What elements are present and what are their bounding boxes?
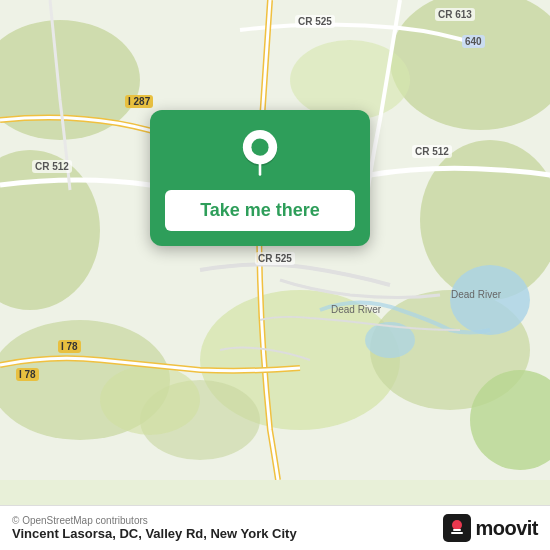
svg-point-11 bbox=[100, 365, 200, 435]
svg-point-18 bbox=[452, 520, 462, 530]
attribution-text: © OpenStreetMap contributors bbox=[12, 515, 297, 526]
take-me-there-button[interactable]: Take me there bbox=[165, 190, 355, 231]
popup-card: Take me there bbox=[150, 110, 370, 246]
svg-rect-19 bbox=[453, 529, 461, 531]
road-label-i78-2: I 78 bbox=[16, 368, 39, 381]
moovit-logo: moovit bbox=[443, 514, 538, 542]
road-label-dead-river-1: Dead River bbox=[328, 303, 384, 316]
road-label-cr640: 640 bbox=[462, 35, 485, 48]
bottom-bar: © OpenStreetMap contributors Vincent Las… bbox=[0, 505, 550, 550]
location-pin-icon bbox=[236, 130, 284, 178]
road-label-cr525-top: CR 525 bbox=[295, 15, 335, 28]
road-label-cr525-bottom: CR 525 bbox=[255, 252, 295, 265]
road-label-i78-1: I 78 bbox=[58, 340, 81, 353]
moovit-brand-text: moovit bbox=[475, 517, 538, 540]
svg-point-16 bbox=[251, 139, 268, 156]
road-label-cr512-right: CR 512 bbox=[412, 145, 452, 158]
road-label-dead-river-2: Dead River bbox=[448, 288, 504, 301]
moovit-icon bbox=[443, 514, 471, 542]
bottom-left: © OpenStreetMap contributors Vincent Las… bbox=[12, 515, 297, 541]
map-container: CR 613 CR 525 I 287 640 CR 512 CR 512 CR… bbox=[0, 0, 550, 550]
location-name: Vincent Lasorsa, DC, Valley Rd, New York… bbox=[12, 526, 297, 541]
road-label-cr613: CR 613 bbox=[435, 8, 475, 21]
road-label-i287: I 287 bbox=[125, 95, 153, 108]
svg-rect-20 bbox=[451, 532, 463, 534]
road-label-cr512-left: CR 512 bbox=[32, 160, 72, 173]
